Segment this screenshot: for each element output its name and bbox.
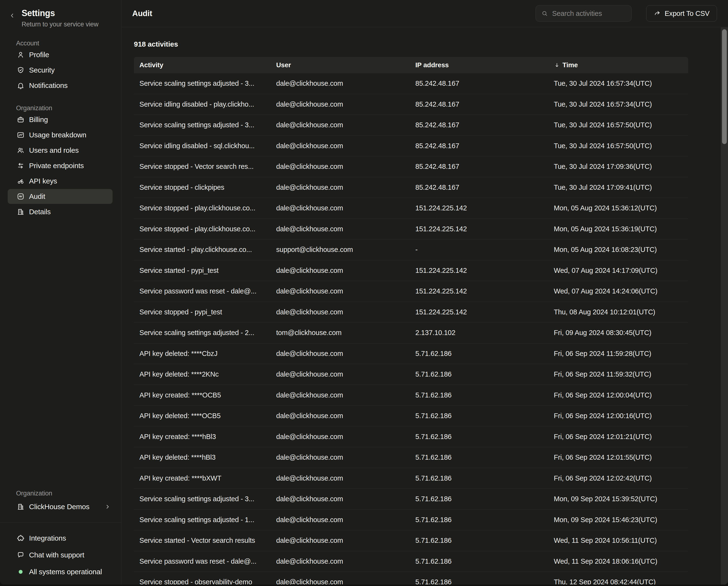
sidebar-item-label: Usage breakdown [29, 131, 86, 139]
page-title: Audit [132, 9, 152, 18]
sidebar-item-clickhouse-demos[interactable]: ClickHouse Demos [8, 499, 112, 514]
organization-name: ClickHouse Demos [29, 503, 89, 511]
cell-ip: 85.242.48.167 [415, 100, 554, 108]
cell-activity: Service stopped - Vector search res... [139, 163, 276, 171]
chat-icon [17, 551, 25, 559]
cell-time: Wed, 07 Aug 2024 14:17:09(UTC) [554, 267, 688, 274]
cell-activity: Service stopped - play.clickhouse.co... [139, 204, 276, 212]
wallet-icon [17, 116, 25, 124]
cell-user: dale@clickhouse.com [276, 391, 415, 399]
cell-ip: 85.242.48.167 [415, 184, 554, 191]
sort-down-icon [554, 62, 560, 68]
sidebar-item-notifications[interactable]: Notifications [8, 78, 112, 93]
sidebar-item-profile[interactable]: Profile [8, 47, 112, 62]
cell-ip: - [415, 246, 554, 253]
cell-ip: 151.224.225.142 [415, 204, 554, 212]
users-icon [17, 146, 25, 154]
sidebar-title: Settings [22, 8, 98, 18]
cell-time: Fri, 06 Sep 2024 12:00:04(UTC) [554, 391, 688, 399]
cell-ip: 5.71.62.186 [415, 454, 554, 461]
sidebar-header: Settings Return to your service view [0, 0, 121, 28]
cell-user: support@clickhouse.com [276, 246, 415, 253]
column-header-activity[interactable]: Activity [139, 61, 276, 69]
vertical-scrollbar[interactable] [721, 27, 728, 585]
table-row: Service stopped - play.clickhouse.co...d… [134, 219, 688, 240]
cell-activity: Service stopped - observability-demo [139, 578, 276, 585]
cell-time: Fri, 09 Aug 2024 08:30:45(UTC) [554, 329, 688, 337]
table-row: API key created: ****OCB5dale@clickhouse… [134, 385, 688, 406]
user-icon [17, 51, 25, 59]
cell-user: dale@clickhouse.com [276, 308, 415, 316]
sidebar-item-users-and-roles[interactable]: Users and roles [8, 143, 112, 158]
search-input-wrapper[interactable] [536, 5, 631, 22]
sidebar-item-api-keys[interactable]: API keys [8, 174, 112, 189]
cell-user: dale@clickhouse.com [276, 370, 415, 378]
cell-activity: API key deleted: ****OCB5 [139, 412, 276, 420]
cell-user: dale@clickhouse.com [276, 204, 415, 212]
sidebar-section: AccountProfileSecurityNotifications [0, 39, 121, 93]
cell-activity: API key deleted: ****hBl3 [139, 454, 276, 461]
sidebar-item-details[interactable]: Details [8, 204, 112, 219]
sidebar-item-label: Details [29, 208, 51, 216]
table-header: Activity User IP address Time [134, 57, 688, 73]
table-row: Service stopped - Vector search res...da… [134, 156, 688, 177]
sidebar-item-integrations[interactable]: Integrations [8, 531, 112, 546]
main: Audit Export To CSV 918 activities Activ… [122, 0, 728, 585]
status-dot-icon [17, 568, 25, 576]
cell-ip: 2.137.10.102 [415, 329, 554, 337]
cell-time: Mon, 09 Sep 2024 15:39:52(UTC) [554, 495, 688, 503]
sidebar-item-billing[interactable]: Billing [8, 112, 112, 127]
cell-activity: API key deleted: ****2KNc [139, 370, 276, 378]
audit-icon [17, 192, 25, 200]
section-label: Account [16, 39, 121, 47]
system-status[interactable]: All systems operational [8, 564, 112, 579]
sidebar-item-private-endpoints[interactable]: Private endpoints [8, 158, 112, 173]
audit-content: 918 activities Activity User IP address … [122, 40, 728, 585]
table-row: Service password was reset - dale@...dal… [134, 281, 688, 302]
back-button[interactable] [9, 12, 16, 19]
cell-ip: 85.242.48.167 [415, 142, 554, 150]
table-row: Service scaling settings adjusted - 3...… [134, 73, 688, 94]
cell-time: Wed, 07 Aug 2024 14:24:06(UTC) [554, 287, 688, 295]
cell-time: Fri, 06 Sep 2024 11:59:32(UTC) [554, 370, 688, 378]
arrows-swap-icon [17, 162, 25, 170]
cell-activity: Service idling disabled - sql.clickhou..… [139, 142, 276, 150]
cell-activity: Service scaling settings adjusted - 3... [139, 79, 276, 88]
cell-time: Fri, 06 Sep 2024 12:01:55(UTC) [554, 454, 688, 461]
cell-time: Tue, 30 Jul 2024 16:57:50(UTC) [554, 121, 688, 129]
sidebar-item-chat-with-support[interactable]: Chat with support [8, 547, 112, 562]
scrollbar-thumb[interactable] [722, 29, 727, 144]
sidebar-section: OrganizationBillingUsage breakdownUsers … [0, 104, 121, 219]
cell-user: dale@clickhouse.com [276, 454, 415, 461]
sidebar-item-audit[interactable]: Audit [8, 189, 112, 204]
cell-ip: 5.71.62.186 [415, 516, 554, 524]
cell-activity: Service started - pypi_test [139, 267, 276, 274]
export-csv-button[interactable]: Export To CSV [646, 5, 717, 22]
sidebar-item-security[interactable]: Security [8, 63, 112, 78]
table-row: Service scaling settings adjusted - 1...… [134, 510, 688, 531]
cell-user: dale@clickhouse.com [276, 225, 415, 233]
table-row: Service scaling settings adjusted - 3...… [134, 115, 688, 136]
table-row: API key deleted: ****2KNcdale@clickhouse… [134, 364, 688, 385]
column-header-user[interactable]: User [276, 61, 415, 69]
cell-time: Mon, 05 Aug 2024 16:08:23(UTC) [554, 246, 688, 253]
table-row: API key created: ****bXWTdale@clickhouse… [134, 468, 688, 489]
cell-activity: Service idling disabled - play.clickho..… [139, 100, 276, 108]
cell-activity: Service scaling settings adjusted - 2... [139, 329, 276, 337]
search-icon [541, 10, 548, 17]
search-input[interactable] [552, 9, 643, 18]
building-icon [17, 503, 25, 511]
column-header-ip[interactable]: IP address [415, 61, 554, 69]
app-window: Settings Return to your service view Acc… [0, 0, 728, 585]
cell-ip: 5.71.62.186 [415, 474, 554, 482]
table-row: Service scaling settings adjusted - 3...… [134, 489, 688, 510]
chart-image-icon [17, 131, 25, 139]
cell-user: dale@clickhouse.com [276, 412, 415, 420]
column-header-time[interactable]: Time [554, 61, 688, 69]
cell-user: dale@clickhouse.com [276, 142, 415, 150]
cell-activity: Service scaling settings adjusted - 3... [139, 495, 276, 503]
sidebar-item-usage-breakdown[interactable]: Usage breakdown [8, 127, 112, 142]
cell-time: Wed, 11 Sep 2024 18:06:16(UTC) [554, 557, 688, 565]
cell-time: Mon, 05 Aug 2024 15:36:19(UTC) [554, 225, 688, 233]
cell-ip: 5.71.62.186 [415, 350, 554, 358]
